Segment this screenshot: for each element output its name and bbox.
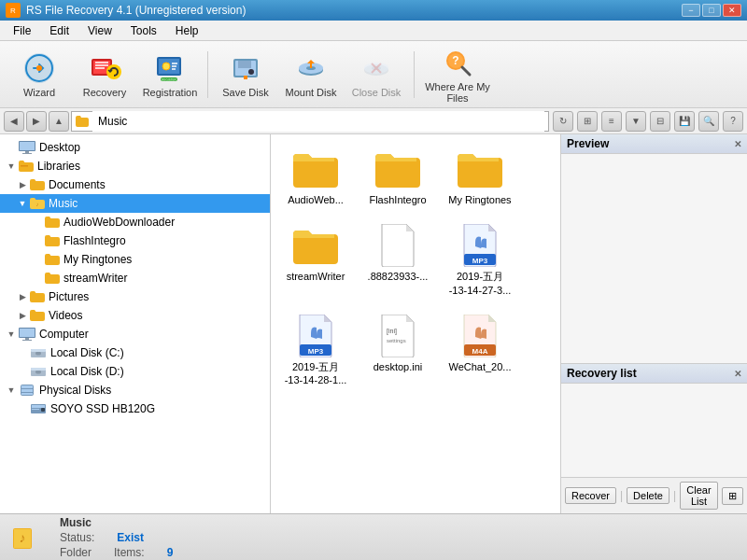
- file-label-audiowebdownloader: AudioWeb...: [288, 193, 344, 206]
- expander-locald: [15, 364, 30, 379]
- svg-text:[ini]: [ini]: [387, 328, 397, 335]
- savedisk-button[interactable]: Save Disk: [214, 45, 277, 105]
- file-item-2019may2[interactable]: MP3 2019-五月-13-14-28-1...: [278, 309, 353, 392]
- close-button[interactable]: ✕: [723, 4, 741, 17]
- tree-label-localc: Local Disk (C:): [50, 346, 124, 359]
- address-input[interactable]: [92, 111, 544, 132]
- file-item-desktopini[interactable]: [ini]settings desktop.ini: [360, 309, 435, 392]
- tree-item-music[interactable]: ♪ Music: [0, 194, 270, 213]
- tree-item-streamwriter[interactable]: streamWriter: [0, 269, 270, 287]
- file-label-2019may1: 2019-五月-13-14-27-3...: [449, 270, 512, 297]
- save-view-button[interactable]: 💾: [674, 111, 695, 132]
- delete-button[interactable]: Delete: [627, 487, 669, 504]
- search-button[interactable]: 🔍: [698, 111, 719, 132]
- savedisk-icon: [229, 51, 262, 85]
- menubar: File Edit View Tools Help: [0, 21, 747, 41]
- svg-rect-48: [32, 409, 39, 410]
- preview-content: [561, 154, 747, 360]
- recovery-extra-button[interactable]: ⊞: [722, 487, 743, 505]
- menu-tools[interactable]: Tools: [121, 22, 166, 39]
- tree-item-libraries[interactable]: Libraries: [0, 157, 270, 175]
- tree-label-pictures: Pictures: [49, 290, 89, 303]
- svg-point-10: [162, 63, 170, 70]
- music-folder-icon: ♪: [30, 198, 45, 209]
- filter-button[interactable]: ▼: [626, 111, 646, 132]
- file-item-wechat20[interactable]: M4A WeChat_20...: [443, 309, 517, 392]
- menu-edit[interactable]: Edit: [40, 22, 78, 39]
- status-info: Music Status: Exist Folder Items: 9: [60, 516, 173, 559]
- tree-label-flashintegro: FlashIntegro: [63, 234, 126, 247]
- recovery-button[interactable]: Recovery: [73, 45, 136, 105]
- mountdisk-button[interactable]: Mount Disk: [279, 45, 343, 105]
- tree-item-audiowebdownloader[interactable]: AudioWebDownloader: [0, 213, 270, 231]
- folder-icon-streamwriter: [293, 223, 338, 268]
- tree-item-videos[interactable]: Videos: [0, 306, 270, 325]
- tree-label-documents: Documents: [49, 178, 106, 191]
- expander-computer: [4, 327, 19, 342]
- up-button[interactable]: ▲: [49, 111, 69, 132]
- closedisk-button[interactable]: Close Disk: [345, 45, 408, 105]
- tree-item-locald[interactable]: Local Disk (D:): [0, 362, 270, 381]
- tree-item-flashintegro[interactable]: FlashIntegro: [0, 231, 270, 250]
- back-button[interactable]: ◀: [4, 111, 24, 132]
- file-icon-2019may1: MP3: [458, 223, 502, 268]
- svg-rect-34: [25, 338, 29, 340]
- wizard-button[interactable]: Wizard: [7, 45, 71, 105]
- file-view: AudioWeb... FlashIntegro My Ringtones st…: [271, 134, 560, 513]
- minimize-button[interactable]: −: [682, 4, 700, 17]
- tree-item-computer[interactable]: Computer: [0, 325, 270, 343]
- help-button[interactable]: ?: [723, 111, 743, 132]
- tree-label-libraries: Libraries: [37, 160, 80, 173]
- refresh-button[interactable]: ↻: [553, 111, 573, 132]
- file-label-wechat20: WeChat_20...: [448, 360, 511, 373]
- menu-file[interactable]: File: [4, 22, 40, 39]
- tree-item-soyossd[interactable]: SOYO SSD HB120G: [0, 399, 270, 418]
- registration-label: Registration: [143, 87, 198, 98]
- tree-item-myringtones[interactable]: My Ringtones: [0, 250, 270, 269]
- file-label-desktopini: desktop.ini: [374, 360, 423, 373]
- tree-item-documents[interactable]: Documents: [0, 175, 270, 194]
- preview-close-button[interactable]: ✕: [734, 139, 741, 149]
- svg-text:MP3: MP3: [472, 257, 488, 265]
- forward-button[interactable]: ▶: [26, 111, 47, 132]
- folder-icon-audiowebdownloader: [293, 147, 338, 191]
- tree-item-pictures[interactable]: Pictures: [0, 287, 270, 306]
- file-item-streamwriter[interactable]: streamWriter: [278, 218, 353, 301]
- recovery-close-button[interactable]: ✕: [734, 369, 741, 379]
- flashintegro-icon: [45, 235, 60, 246]
- tree-item-localc[interactable]: Local Disk (C:): [0, 343, 270, 362]
- clear-list-button[interactable]: Clear List: [680, 482, 718, 510]
- status-row2: Folder Items: 9: [60, 546, 173, 559]
- tree-item-desktop[interactable]: Desktop: [0, 138, 270, 157]
- preview-title: Preview: [567, 137, 609, 150]
- file-label-88823933: .88823933-...: [368, 270, 429, 283]
- recovery-title: Recovery list: [567, 367, 637, 380]
- file-item-myringtones[interactable]: My Ringtones: [443, 142, 517, 211]
- file-item-2019may1[interactable]: MP3 2019-五月-13-14-27-3...: [443, 218, 517, 301]
- menu-help[interactable]: Help: [166, 22, 208, 39]
- ssd-icon: [30, 403, 47, 414]
- svg-point-37: [35, 352, 41, 356]
- tree-item-physicaldisks[interactable]: Physical Disks: [0, 381, 270, 399]
- svg-point-4: [36, 65, 42, 71]
- addressbar: ◀ ▶ ▲ ↻ ⊞ ≡ ▼ ⊟ 💾 🔍 ?: [0, 108, 747, 134]
- recovery-actions: Recover | Delete | Clear List ⊞: [561, 477, 747, 513]
- file-item-88823933[interactable]: .88823933-...: [360, 218, 435, 301]
- menu-view[interactable]: View: [78, 22, 121, 39]
- recover-button[interactable]: Recover: [565, 487, 616, 504]
- view-icons-button[interactable]: ⊟: [650, 111, 670, 132]
- view-toggle-button[interactable]: ⊞: [577, 111, 598, 132]
- svg-text:♪: ♪: [20, 530, 26, 545]
- maximize-button[interactable]: □: [702, 4, 721, 17]
- svg-text:settings: settings: [387, 338, 406, 343]
- toolbar: Wizard Recovery REGISTER: [0, 41, 747, 108]
- mountdisk-label: Mount Disk: [285, 87, 336, 98]
- registration-button[interactable]: REGISTER Registration: [138, 45, 202, 105]
- expander-physicaldisks: [4, 383, 19, 398]
- view-details-button[interactable]: ≡: [601, 111, 622, 132]
- file-item-audiowebdownloader[interactable]: AudioWeb...: [278, 142, 353, 211]
- wherefiles-button[interactable]: ? Where Are My Files: [420, 45, 495, 105]
- file-item-flashintegro[interactable]: FlashIntegro: [360, 142, 435, 211]
- titlebar-buttons[interactable]: − □ ✕: [682, 4, 741, 17]
- documents-icon: [30, 179, 45, 190]
